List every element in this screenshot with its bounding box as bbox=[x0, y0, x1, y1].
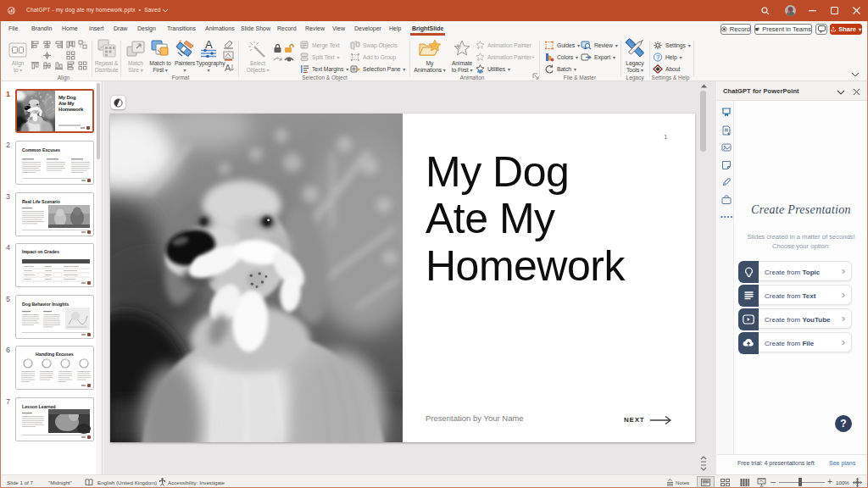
svg-text:?: ? bbox=[656, 53, 660, 61]
svg-text:A: A bbox=[205, 40, 213, 51]
svg-text:A: A bbox=[225, 63, 231, 73]
